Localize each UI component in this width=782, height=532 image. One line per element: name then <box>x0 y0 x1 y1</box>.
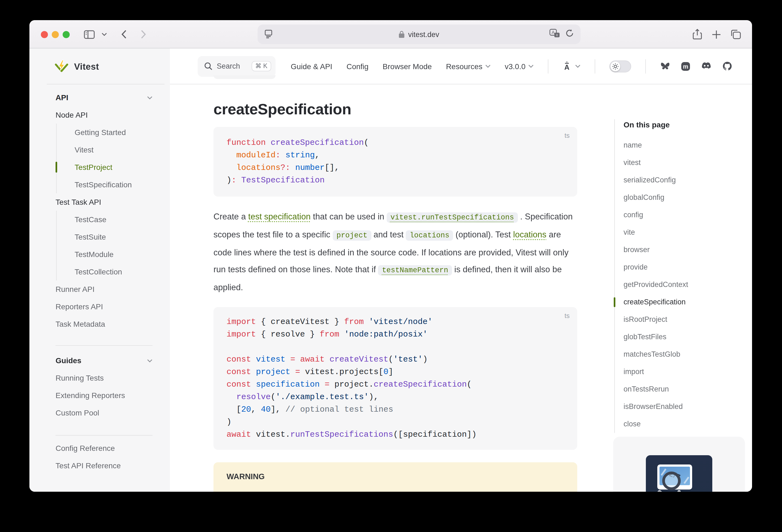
discord-icon[interactable] <box>701 62 712 71</box>
sponsor-card[interactable]: </> <box>613 437 745 492</box>
code-chip-locations[interactable]: locations <box>406 230 453 241</box>
sidebar-item-vitest[interactable]: Vitest <box>56 141 166 158</box>
nav-menu-v3-0-0[interactable]: v3.0.0 <box>505 62 534 71</box>
sidebar-item-config-reference[interactable]: Config Reference <box>56 439 166 457</box>
github-icon[interactable] <box>722 61 733 71</box>
sidebar-item-reporters-api[interactable]: Reporters API <box>56 298 166 315</box>
toc-item-getprovidedcontext[interactable]: getProvidedContext <box>624 276 740 293</box>
on-this-page-outline: On this page namevitestserializedConfigg… <box>614 119 740 433</box>
toc-item-isbrowserenabled[interactable]: isBrowserEnabled <box>624 398 740 416</box>
link-test-specification[interactable]: test specification <box>248 212 311 221</box>
sidebar-group-api[interactable]: API <box>56 89 166 106</box>
toc-item-vite[interactable]: vite <box>624 224 740 241</box>
mastodon-icon[interactable]: m <box>681 61 690 71</box>
code-line: const specification = project.createSpec… <box>226 379 564 391</box>
close-window-button[interactable] <box>41 31 48 38</box>
sidebar-item-test-task-api[interactable]: Test Task API <box>56 193 166 211</box>
toc-item-vitest[interactable]: vitest <box>624 154 740 172</box>
search-input[interactable]: Search ⌘ K <box>198 56 276 76</box>
sidebar-item-runner-api[interactable]: Runner API <box>56 280 166 298</box>
code-token <box>236 176 241 185</box>
toc-item-isrootproject[interactable]: isRootProject <box>624 311 740 328</box>
tab-overview-icon[interactable] <box>730 20 741 48</box>
link-locations[interactable]: locations <box>513 230 546 239</box>
code-token: locations <box>236 163 280 173</box>
chevron-down-icon <box>485 64 491 68</box>
code-token: ( <box>364 138 369 148</box>
theme-toggle[interactable] <box>609 60 631 72</box>
code-token: const <box>226 380 251 389</box>
sidebar-item-testmodule[interactable]: TestModule <box>56 246 166 263</box>
share-icon[interactable] <box>693 20 702 48</box>
toolbar-chevron-down-icon[interactable] <box>101 20 107 48</box>
back-button[interactable] <box>121 20 127 48</box>
sidebar-item-custom-pool[interactable]: Custom Pool <box>56 404 166 422</box>
nav-menu-resources[interactable]: Resources <box>446 62 491 71</box>
nav-link-guide-api[interactable]: Guide & API <box>291 62 332 71</box>
toc-item-matchestestglob[interactable]: matchesTestGlob <box>624 346 740 363</box>
code-token <box>266 138 271 148</box>
toc-item-config[interactable]: config <box>624 206 740 224</box>
toc-item-globtestfiles[interactable]: globTestFiles <box>624 328 740 346</box>
text-run: that can be used in <box>311 212 387 221</box>
code-line <box>226 341 564 353</box>
warning-callout: WARNING createSpecification expects reso… <box>213 462 577 492</box>
code-line: resolve('./example.test.ts'), <box>226 391 564 403</box>
example-code-block: ts import { createVitest } from 'vitest/… <box>213 307 577 450</box>
sidebar-item-node-api[interactable]: Node API <box>56 106 166 123</box>
code-lang-badge: ts <box>564 132 570 139</box>
main-area: Search ⌘ K Guide & APIConfigBrowser Mode… <box>170 48 752 492</box>
navbar-right: Guide & APIConfigBrowser ModeResourcesv3… <box>291 59 733 73</box>
sidebar-item-getting-started[interactable]: Getting Started <box>56 123 166 141</box>
new-tab-icon[interactable] <box>712 20 721 48</box>
code-token: , <box>251 405 261 414</box>
vitest-logo[interactable]: Vitest <box>29 48 170 84</box>
toc-item-globalconfig[interactable]: globalConfig <box>624 189 740 206</box>
sidebar-group-guides[interactable]: Guides <box>56 352 166 369</box>
code-token: vitest.projects[ <box>300 367 383 377</box>
sidebar-item-testcollection[interactable]: TestCollection <box>56 263 166 280</box>
forward-button[interactable] <box>141 20 146 48</box>
url-bar[interactable]: vitest.dev A x <box>257 25 580 44</box>
magnifier-handle <box>648 490 663 492</box>
toc-item-import[interactable]: import <box>624 363 740 381</box>
toc-item-provide[interactable]: provide <box>624 259 740 276</box>
link-module-id[interactable]: module ID <box>384 491 421 492</box>
sidebar-item-task-metadata[interactable]: Task Metadata <box>56 315 166 333</box>
code-link-testnamepattern[interactable]: testNamePattern <box>378 265 452 276</box>
nav-link-config[interactable]: Config <box>346 62 368 71</box>
toc-item-createspecification[interactable]: createSpecification <box>624 293 740 311</box>
sidebar-item-testproject[interactable]: TestProject <box>56 158 166 176</box>
sidebar-item-extending-reporters[interactable]: Extending Reporters <box>56 387 166 404</box>
outline-title: On this page <box>624 119 740 130</box>
sidebar-divider <box>56 435 152 436</box>
nav-link-browser-mode[interactable]: Browser Mode <box>383 62 432 71</box>
bluesky-icon[interactable] <box>660 62 670 71</box>
toc-item-ontestsrerun[interactable]: onTestsRerun <box>624 381 740 398</box>
toc-item-name[interactable]: name <box>624 137 740 154</box>
code-line: import { resolve } from 'node:path/posix… <box>226 328 564 341</box>
sidebar-item-test-api-reference[interactable]: Test API Reference <box>56 457 166 474</box>
code-token <box>364 317 369 327</box>
zoom-window-button[interactable] <box>63 31 70 38</box>
code-line: const project = vitest.projects[0] <box>226 366 564 379</box>
reload-icon[interactable] <box>565 29 574 40</box>
code-link-vitest-runtestspecifications[interactable]: vitest.runTestSpecifications <box>387 212 518 223</box>
minimize-window-button[interactable] <box>52 31 59 38</box>
url-text-wrap: vitest.dev <box>257 25 580 44</box>
translate-page-icon[interactable]: A x <box>549 29 560 40</box>
code-token <box>320 380 325 389</box>
sidebar-item-testcase[interactable]: TestCase <box>56 211 166 228</box>
code-token: number <box>295 163 325 173</box>
code-line: ) <box>226 416 564 429</box>
sidebar-item-testspecification[interactable]: TestSpecification <box>56 176 166 193</box>
code-chip-project[interactable]: project <box>333 230 371 241</box>
sidebar-toggle-icon[interactable] <box>84 20 95 48</box>
toc-item-browser[interactable]: browser <box>624 241 740 259</box>
toc-item-close[interactable]: close <box>624 416 740 433</box>
translations-menu[interactable]: A <box>563 61 580 71</box>
toc-item-serializedconfig[interactable]: serializedConfig <box>624 172 740 189</box>
sidebar-item-running-tests[interactable]: Running Tests <box>56 369 166 387</box>
sidebar-item-testsuite[interactable]: TestSuite <box>56 228 166 246</box>
code-token <box>325 355 329 364</box>
